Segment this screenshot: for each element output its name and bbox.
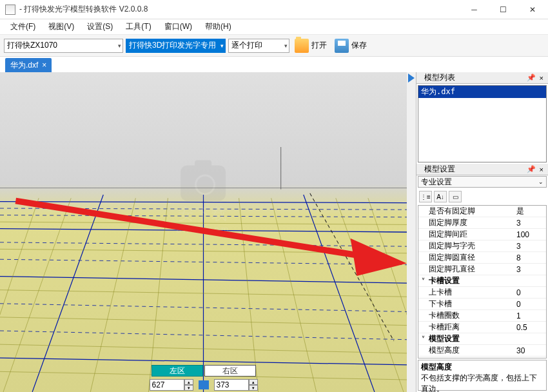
print-select[interactable]: 逐个打印 ▾ — [228, 39, 289, 53]
property-value[interactable]: 3 — [514, 219, 546, 228]
save-button[interactable]: 保存 — [332, 37, 369, 54]
app-icon — [5, 5, 15, 15]
chevron-down-icon: ⌄ — [538, 179, 543, 185]
property-name: 固定脚孔直径 — [427, 264, 514, 275]
print-value: 逐个打印 — [231, 40, 262, 51]
spin-down-button[interactable]: ▾ — [184, 385, 193, 391]
menubar: 文件(F) 视图(V) 设置(S) 工具(T) 窗口(W) 帮助(H) — [0, 19, 548, 35]
list-item[interactable]: 华为.dxf — [418, 86, 546, 98]
slider-thumb[interactable] — [199, 380, 209, 389]
left-value-input[interactable] — [150, 379, 184, 391]
panel-close-icon[interactable]: × — [538, 74, 545, 82]
save-icon — [335, 39, 349, 53]
document-tab[interactable]: 华为.dxf × — [5, 58, 52, 72]
tabstrip: 华为.dxf × — [0, 57, 548, 72]
close-button[interactable]: ✕ — [518, 0, 547, 19]
spin-up-button[interactable]: ▴ — [249, 379, 258, 385]
spin-up-button[interactable]: ▴ — [184, 379, 193, 385]
sort-button[interactable]: A↓ — [434, 191, 447, 202]
property-name: 是否有固定脚 — [427, 206, 514, 217]
svg-line-22 — [3, 198, 71, 392]
mode-value: 打得快3D打印发光字专用 — [129, 40, 216, 51]
property-value[interactable]: 3 — [514, 242, 546, 251]
property-row[interactable]: 固定脚与字壳3 — [418, 240, 546, 252]
menu-view[interactable]: 视图(V) — [42, 19, 81, 34]
pin-icon[interactable]: 📌 — [525, 74, 538, 82]
panel-close-icon[interactable]: × — [538, 166, 545, 173]
mode-select[interactable]: 打得快3D打印发光字专用 ▾ — [126, 39, 226, 53]
model-list-header: 模型列表 📌 × — [416, 72, 548, 84]
property-row[interactable]: 固定脚孔直径3 — [418, 264, 546, 275]
tab-label: 华为.dxf — [10, 60, 38, 71]
property-description: 模型高度 不包括支撑的字壳高度，包括上下直边。 — [418, 360, 547, 391]
property-row[interactable]: 卡槽圈数1 — [418, 310, 546, 322]
open-button[interactable]: 打开 — [292, 37, 329, 54]
save-label: 保存 — [351, 40, 367, 51]
property-name: 卡槽设置 — [427, 275, 514, 286]
chevron-down-icon: ▾ — [117, 43, 121, 49]
property-row[interactable]: 固定脚间距100 — [418, 229, 546, 240]
property-row[interactable]: 固定脚厚度3 — [418, 217, 546, 229]
menu-file[interactable]: 文件(F) — [4, 19, 42, 34]
expander-icon[interactable]: ˅ — [418, 335, 427, 342]
model-list[interactable]: 华为.dxf — [418, 85, 547, 162]
property-value[interactable]: 0 — [514, 288, 546, 297]
property-name: 固定脚厚度 — [427, 217, 514, 228]
property-name: 下卡槽 — [427, 299, 514, 309]
property-name: 固定脚圆直径 — [427, 252, 514, 263]
property-value[interactable]: 是 — [514, 206, 546, 217]
menu-help[interactable]: 帮助(H) — [199, 19, 238, 34]
svg-line-29 — [310, 193, 394, 341]
property-group[interactable]: ˅模型设置 — [418, 333, 546, 345]
pin-icon[interactable]: 📌 — [525, 165, 538, 173]
property-value[interactable]: 0 — [514, 300, 546, 309]
property-row[interactable]: 是否有固定脚是 — [418, 206, 546, 217]
right-value-input[interactable] — [214, 379, 249, 391]
minimize-button[interactable]: ─ — [460, 0, 489, 19]
menu-tools[interactable]: 工具(T) — [119, 19, 157, 34]
property-name: 固定脚与字壳 — [427, 240, 514, 251]
machine-value: 打得快ZX1070 — [7, 40, 57, 51]
property-toolbar: ⋮≡ A↓ ▭ — [418, 189, 547, 204]
zone-right-button[interactable]: 右区 — [204, 365, 256, 377]
property-value[interactable]: 8 — [514, 253, 546, 262]
property-value[interactable]: 3 — [514, 265, 546, 274]
property-row[interactable]: 下卡槽0 — [418, 299, 546, 310]
property-value[interactable]: 30 — [514, 346, 546, 355]
expander-icon[interactable]: ˅ — [418, 277, 427, 284]
settings-sub-select[interactable]: 专业设置 ⌄ — [418, 176, 547, 188]
toolbar: 打得快ZX1070 ▾ 打得快3D打印发光字专用 ▾ 逐个打印 ▾ 打开 保存 — [0, 35, 548, 57]
property-grid[interactable]: 是否有固定脚是固定脚厚度3固定脚间距100固定脚与字壳3固定脚圆直径8固定脚孔直… — [418, 205, 547, 358]
property-name: 上卡槽 — [427, 287, 514, 298]
3d-viewport[interactable]: 安下载 anxz.com 左区 右区 ▴ ▾ — [0, 72, 407, 392]
property-name: 模型高度 — [427, 345, 514, 356]
svg-line-25 — [239, 198, 259, 392]
property-row[interactable]: 卡槽距离0.5 — [418, 322, 546, 333]
triangle-icon — [408, 74, 415, 83]
svg-line-21 — [0, 198, 39, 392]
chevron-down-icon: ▾ — [283, 43, 288, 49]
close-icon[interactable]: × — [42, 61, 46, 70]
property-name: 卡槽圈数 — [427, 310, 514, 321]
property-value[interactable]: 0.5 — [514, 323, 546, 332]
categorize-button[interactable]: ⋮≡ — [419, 191, 432, 202]
model-settings-header: 模型设置 📌 × — [416, 164, 548, 175]
property-row[interactable]: 上卡槽0 — [418, 287, 546, 299]
svg-line-23 — [90, 198, 135, 392]
property-name: 模型设置 — [427, 333, 514, 344]
maximize-button[interactable]: ☐ — [489, 0, 518, 19]
vertical-marker[interactable] — [407, 72, 416, 392]
spin-down-button[interactable]: ▾ — [249, 385, 258, 391]
menu-window[interactable]: 窗口(W) — [158, 19, 199, 34]
property-row[interactable]: 模型高度30 — [418, 345, 546, 357]
property-value[interactable]: 100 — [514, 230, 546, 239]
pages-button[interactable]: ▭ — [449, 191, 462, 202]
property-group[interactable]: ˅卡槽设置 — [418, 275, 546, 287]
svg-line-28 — [368, 198, 407, 392]
property-value[interactable]: 1 — [514, 311, 546, 320]
property-row[interactable]: 固定脚圆直径8 — [418, 252, 546, 264]
menu-settings[interactable]: 设置(S) — [81, 19, 119, 34]
zone-left-button[interactable]: 左区 — [152, 365, 203, 377]
folder-open-icon — [295, 39, 309, 53]
machine-select[interactable]: 打得快ZX1070 ▾ — [4, 39, 123, 53]
